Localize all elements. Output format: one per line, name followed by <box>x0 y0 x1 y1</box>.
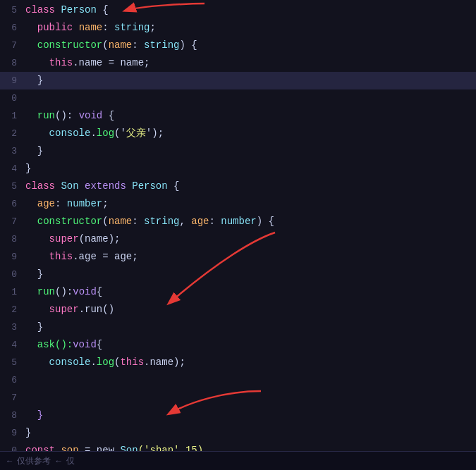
status-bar: ← 仅供参考 ← 仅 <box>0 451 476 470</box>
line-number: 2 <box>0 301 23 319</box>
line: 7 <box>0 389 476 407</box>
line: 4 ask():void{ <box>0 336 476 354</box>
line: 9} <box>0 424 476 442</box>
line: 1 run():void{ <box>0 283 476 301</box>
line-content <box>23 371 476 389</box>
line: 7 constructor(name: string) { <box>0 37 476 54</box>
line: 5 console.log(this.name); <box>0 354 476 371</box>
line-number: 5 <box>0 1 23 19</box>
code-area: 5class Person {6 public name: string;7 c… <box>0 0 476 451</box>
line-number: 5 <box>0 178 23 195</box>
line-number: 4 <box>0 336 23 354</box>
line-number: 6 <box>0 19 23 37</box>
line-content: class Son extends Person { <box>23 178 476 195</box>
line-content: } <box>23 160 476 178</box>
status-text: ← 仅供参考 ← 仅 <box>7 455 75 467</box>
line-content: } <box>23 72 476 89</box>
code-editor: 5class Person {6 public name: string;7 c… <box>0 0 476 451</box>
line-content: } <box>23 142 476 160</box>
line-number: 6 <box>0 371 23 389</box>
line-number: 5 <box>0 354 23 371</box>
line: 1 run(): void { <box>0 107 476 125</box>
line-number: 4 <box>0 160 23 178</box>
line-number: 1 <box>0 283 23 301</box>
line-number: 7 <box>0 37 23 54</box>
line: 0 } <box>0 266 476 283</box>
line: 7 constructor(name: string, age: number)… <box>0 213 476 230</box>
line-content: } <box>23 266 476 283</box>
line-number: 7 <box>0 389 23 407</box>
line-number: 6 <box>0 195 23 213</box>
line: 3 } <box>0 319 476 336</box>
line: 0const son = new Son('shan',15) <box>0 442 476 451</box>
line-number: 0 <box>0 442 23 451</box>
line: 3 } <box>0 142 476 160</box>
line-number: 3 <box>0 142 23 160</box>
line-content: constructor(name: string, age: number) { <box>23 213 476 230</box>
line-number: 1 <box>0 107 23 125</box>
line: 5class Son extends Person { <box>0 178 476 195</box>
line: 4} <box>0 160 476 178</box>
line-number: 7 <box>0 213 23 230</box>
line-content: class Person { <box>23 1 476 19</box>
line: 5class Person { <box>0 1 476 19</box>
line: 9 } <box>0 72 476 89</box>
line-number: 9 <box>0 72 23 89</box>
line-content: console.log(this.name); <box>23 354 476 371</box>
line: 8 } <box>0 407 476 424</box>
line-content: this.age = age; <box>23 248 476 266</box>
line-content: } <box>23 407 476 424</box>
line-content: } <box>23 424 476 442</box>
line-number: 8 <box>0 407 23 424</box>
line-content: } <box>23 319 476 336</box>
line-number: 9 <box>0 248 23 266</box>
line-content: run(): void { <box>23 107 476 125</box>
line: 0 <box>0 89 476 107</box>
line: 9 this.age = age; <box>0 248 476 266</box>
line: 2 console.log('父亲'); <box>0 125 476 142</box>
line: 6 <box>0 371 476 389</box>
line-content: public name: string; <box>23 19 476 37</box>
line-number: 2 <box>0 125 23 142</box>
line-number: 8 <box>0 54 23 72</box>
line-content: this.name = name; <box>23 54 476 72</box>
line-content: super(name); <box>23 230 476 248</box>
line-content: const son = new Son('shan',15) <box>23 442 476 451</box>
line: 8 super(name); <box>0 230 476 248</box>
line-number: 8 <box>0 230 23 248</box>
line-content <box>23 389 476 407</box>
line-number: 0 <box>0 89 23 107</box>
line-content: constructor(name: string) { <box>23 37 476 54</box>
line: 2 super.run() <box>0 301 476 319</box>
line-number: 9 <box>0 424 23 442</box>
line-content <box>23 89 476 107</box>
line-content: super.run() <box>23 301 476 319</box>
line: 6 public name: string; <box>0 19 476 37</box>
line-content: run():void{ <box>23 283 476 301</box>
line-content: age: number; <box>23 195 476 213</box>
line: 8 this.name = name; <box>0 54 476 72</box>
line: 6 age: number; <box>0 195 476 213</box>
line-content: ask():void{ <box>23 336 476 354</box>
line-content: console.log('父亲'); <box>23 125 476 142</box>
line-number: 3 <box>0 319 23 336</box>
line-number: 0 <box>0 266 23 283</box>
